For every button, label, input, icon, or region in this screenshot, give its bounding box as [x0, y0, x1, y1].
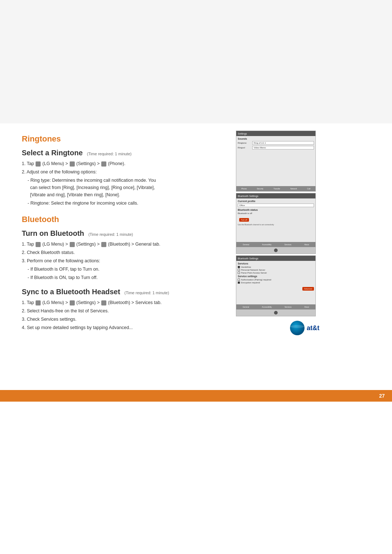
phone-encryption-row: Encryption required — [238, 282, 314, 284]
phone-title-bar-2: Bluetooth Settings — [236, 193, 315, 198]
phone-content-3: Services Handsfree Personal Network Serv… — [236, 261, 315, 304]
phone-row-profile: Office — [238, 204, 314, 207]
ringtone-step-1: 1. Tap (LG Menu) > (Settings) > (Phone). — [22, 160, 225, 167]
page-number: 27 — [379, 393, 385, 399]
phone-content-1: Sounds Ringtone Ring of LG 1 Ringvol Vid… — [236, 136, 315, 186]
sync-step-2: 2. Select Hands-free on the list of Serv… — [22, 307, 225, 315]
sync-step-1: 1. Tap (LG Menu) > (Settings) > (Bluetoo… — [22, 299, 225, 306]
sync-step-3: 3. Check Services settings. — [22, 316, 225, 323]
att-logo-container: at&t — [236, 321, 323, 335]
ringtone-step-2b: - Ringtone: Select the ringtone for inco… — [28, 200, 225, 207]
phone-serial-port-row: Parse-Point Access Server — [238, 272, 314, 274]
bottom-white-area — [0, 335, 392, 488]
phone-bottom-tabs-2: General Accessiblity Services About — [236, 242, 315, 247]
lg-menu-icon — [36, 161, 41, 167]
phone-row-ringtone: Ringtone Ring of LG 1 — [238, 141, 314, 145]
turn-on-bluetooth-title: Turn on Bluetooth (Time required: 1 minu… — [22, 229, 225, 238]
bt-step-3a: - If Bluetooth is OFF, tap to Turn on. — [28, 266, 225, 273]
phone-handsfree-check — [238, 266, 240, 268]
phone-auth-check — [238, 279, 240, 281]
right-content: Settings Sounds Ringtone Ring of LG 1 Ri… — [236, 131, 323, 335]
settings-icon-2 — [70, 242, 75, 247]
ringtone-step-2: 2. Adjust one of the following options: — [22, 168, 225, 176]
phone-title-text-1: Settings — [238, 132, 247, 135]
phone-section-sounds: Sounds — [238, 138, 314, 140]
page-container: Ringtones Select a Ringtone (Time requir… — [0, 0, 392, 554]
bt-step-3b: - If Bluetooth is ON, tap to Turn off. — [28, 274, 225, 281]
phone-content-2: Current profile Office Bluetooth status … — [236, 198, 315, 242]
ringtone-step-2a: - Ring type: Determines the incoming cal… — [28, 177, 225, 198]
bt-step-1: 1. Tap (LG Menu) > (Settings) > (Bluetoo… — [22, 241, 225, 248]
bluetooth-heading: Bluetooth — [22, 215, 225, 224]
att-logo-text: at&t — [307, 324, 319, 332]
settings-icon-3 — [70, 300, 75, 305]
sync-headset-title: Sync to a Bluetooth Headset (Time requir… — [22, 288, 225, 296]
phone-turn-on-button: Turn off — [239, 218, 249, 222]
left-content: Ringtones Select a Ringtone (Time requir… — [22, 131, 225, 335]
bt-step-2: 2. Check Bluetooth status. — [22, 249, 225, 256]
phone-bottom-tabs-3: General Accessibility Services About — [236, 304, 315, 309]
screenshot-ringtone: Settings Sounds Ringtone Ring of LG 1 Ri… — [236, 131, 316, 192]
phone-icon — [101, 161, 106, 167]
bluetooth-icon — [101, 242, 106, 247]
sync-step-4: 4. Set up more detailed settings by tapp… — [22, 324, 225, 331]
phone-title-text-3: Bluetooth Settings — [238, 257, 258, 260]
ringtones-section: Ringtones Select a Ringtone (Time requir… — [22, 134, 225, 207]
phone-circle-2 — [274, 311, 278, 315]
screenshot-bluetooth-services: Bluetooth Settings Services Handsfree Pe… — [236, 255, 316, 316]
lg-menu-icon-3 — [36, 300, 41, 305]
screenshot-bluetooth-general: Bluetooth Settings Current profile Offic… — [236, 193, 316, 254]
phone-row-ringtone2: Ringvol Video Memo — [238, 146, 314, 149]
bt-step-3: 3. Perform one of the following actions: — [22, 257, 225, 264]
phone-serial-port-check — [238, 272, 240, 274]
ringtones-heading: Ringtones — [22, 134, 225, 144]
select-ringtone-title: Select a Ringtone (Time required: 1 minu… — [22, 149, 225, 157]
top-image-area — [0, 0, 392, 123]
phone-encryption-check — [238, 282, 240, 284]
select-ringtone-subsection: Select a Ringtone (Time required: 1 minu… — [22, 149, 225, 207]
phone-title-bar-1: Settings — [236, 131, 315, 136]
settings-icon — [70, 161, 75, 167]
turn-on-steps-list: 1. Tap (LG Menu) > (Settings) > (Bluetoo… — [22, 241, 225, 281]
phone-bottom-tabs-1: Phone Security Transfer Network Call — [236, 186, 315, 191]
sync-steps-list: 1. Tap (LG Menu) > (Settings) > (Bluetoo… — [22, 299, 225, 331]
phone-row-bt-status: Bluetooth is off — [238, 212, 314, 214]
phone-personal-network-row: Personal Network Server — [238, 269, 314, 271]
bluetooth-section: Bluetooth Turn on Bluetooth (Time requir… — [22, 215, 225, 331]
lg-menu-icon-2 — [36, 242, 41, 247]
bluetooth-icon-2 — [101, 300, 106, 305]
phone-title-text-2: Bluetooth Settings — [238, 195, 258, 197]
phone-advanced-button: Advanced — [302, 287, 314, 291]
att-ball-icon — [290, 321, 305, 335]
phone-personal-network-check — [238, 269, 240, 271]
footer-bar: 27 — [0, 390, 392, 402]
ringtone-steps-list: 1. Tap (LG Menu) > (Settings) > (Phone).… — [22, 160, 225, 207]
content-area: Ringtones Select a Ringtone (Time requir… — [0, 123, 392, 335]
phone-handsfree-row: Handsfree — [238, 266, 314, 268]
phone-title-bar-3: Bluetooth Settings — [236, 256, 315, 261]
sync-headset-subsection: Sync to a Bluetooth Headset (Time requir… — [22, 288, 225, 331]
phone-bt-note: Use the Bluetooth channel to set connect… — [238, 223, 314, 226]
phone-auth-row: Authorization (Pairing) required — [238, 279, 314, 281]
phone-circle-1 — [274, 249, 278, 252]
screenshots-panel: Settings Sounds Ringtone Ring of LG 1 Ri… — [236, 131, 323, 335]
turn-on-bluetooth-subsection: Turn on Bluetooth (Time required: 1 minu… — [22, 229, 225, 281]
